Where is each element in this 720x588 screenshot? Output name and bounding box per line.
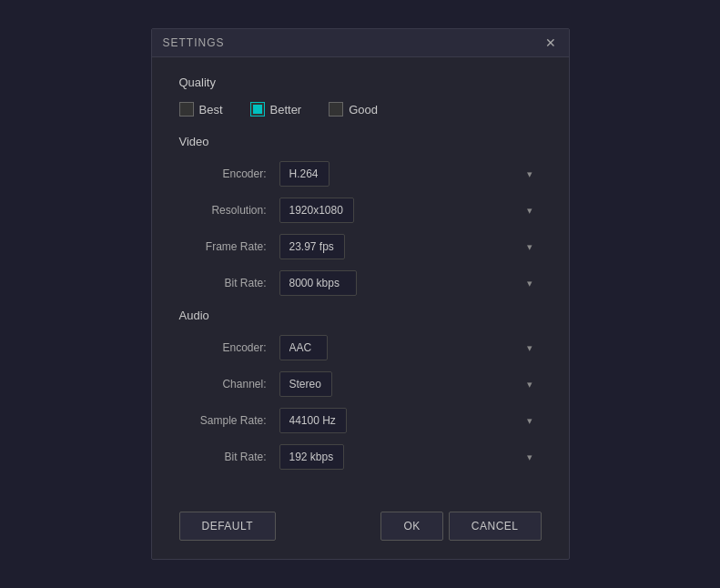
overlay: SETTINGS ✕ Quality Best Better Good — [0, 0, 720, 588]
audio-bitrate-select[interactable]: 128 kbps 192 kbps 320 kbps — [279, 444, 344, 470]
audio-section-title: Audio — [179, 309, 542, 322]
audio-samplerate-wrapper: 44100 Hz 48000 Hz 96000 Hz — [279, 408, 542, 433]
video-framerate-label: Frame Rate: — [179, 240, 279, 253]
video-section-title: Video — [179, 135, 542, 148]
quality-best-label: Best — [199, 103, 223, 117]
audio-encoder-select[interactable]: AAC MP3 FLAC — [279, 335, 328, 360]
video-bitrate-group: Bit Rate: 4000 kbps 8000 kbps 16000 kbps — [179, 270, 542, 296]
audio-channel-label: Channel: — [179, 378, 279, 390]
cancel-button[interactable]: CANCEL — [449, 512, 542, 541]
audio-channel-wrapper: Stereo Mono 5.1 — [279, 371, 542, 397]
footer-right-buttons: OK CANCEL — [380, 512, 541, 541]
audio-samplerate-group: Sample Rate: 44100 Hz 48000 Hz 96000 Hz — [179, 408, 542, 433]
dialog-title: SETTINGS — [163, 36, 225, 49]
video-resolution-select[interactable]: 1920x1080 1280x720 3840x2160 — [279, 198, 354, 223]
audio-channel-select[interactable]: Stereo Mono 5.1 — [279, 371, 332, 397]
audio-samplerate-label: Sample Rate: — [179, 414, 279, 427]
video-encoder-group: Encoder: H.264 H.265 VP9 — [179, 161, 542, 187]
video-framerate-wrapper: 23.97 fps 24 fps 25 fps 29.97 fps 30 fps — [279, 234, 542, 259]
quality-best-box[interactable] — [179, 102, 194, 117]
video-resolution-wrapper: 1920x1080 1280x720 3840x2160 — [279, 198, 542, 223]
video-bitrate-wrapper: 4000 kbps 8000 kbps 16000 kbps — [279, 270, 542, 296]
quality-better-box[interactable] — [250, 102, 265, 117]
dialog-body: Quality Best Better Good Video Encoder: — [152, 57, 569, 499]
video-encoder-wrapper: H.264 H.265 VP9 — [279, 161, 542, 187]
audio-encoder-label: Encoder: — [179, 341, 279, 354]
audio-bitrate-group: Bit Rate: 128 kbps 192 kbps 320 kbps — [179, 444, 542, 470]
video-bitrate-select[interactable]: 4000 kbps 8000 kbps 16000 kbps — [279, 270, 357, 296]
video-resolution-group: Resolution: 1920x1080 1280x720 3840x2160 — [179, 198, 542, 223]
video-encoder-label: Encoder: — [179, 167, 279, 180]
video-bitrate-label: Bit Rate: — [179, 277, 279, 289]
video-encoder-select[interactable]: H.264 H.265 VP9 — [279, 161, 330, 187]
quality-better-label: Better — [270, 103, 302, 117]
quality-good-box[interactable] — [329, 102, 343, 117]
quality-options: Best Better Good — [179, 102, 542, 117]
audio-encoder-group: Encoder: AAC MP3 FLAC — [179, 335, 542, 360]
settings-dialog: SETTINGS ✕ Quality Best Better Good — [151, 28, 570, 560]
ok-button[interactable]: OK — [380, 512, 442, 541]
quality-better[interactable]: Better — [250, 102, 302, 117]
video-resolution-label: Resolution: — [179, 204, 279, 217]
audio-bitrate-wrapper: 128 kbps 192 kbps 320 kbps — [279, 444, 542, 470]
audio-encoder-wrapper: AAC MP3 FLAC — [279, 335, 542, 360]
quality-good[interactable]: Good — [329, 102, 378, 117]
audio-samplerate-select[interactable]: 44100 Hz 48000 Hz 96000 Hz — [279, 408, 347, 433]
quality-good-label: Good — [349, 103, 378, 117]
video-framerate-group: Frame Rate: 23.97 fps 24 fps 25 fps 29.9… — [179, 234, 542, 259]
close-button[interactable]: ✕ — [543, 36, 558, 49]
video-framerate-select[interactable]: 23.97 fps 24 fps 25 fps 29.97 fps 30 fps — [279, 234, 345, 259]
dialog-footer: DEFAULT OK CANCEL — [152, 499, 569, 559]
audio-channel-group: Channel: Stereo Mono 5.1 — [179, 371, 542, 397]
default-button[interactable]: DEFAULT — [179, 512, 277, 541]
quality-section-title: Quality — [179, 76, 542, 89]
quality-best[interactable]: Best — [179, 102, 223, 117]
titlebar: SETTINGS ✕ — [152, 29, 569, 57]
audio-bitrate-label: Bit Rate: — [179, 451, 279, 463]
